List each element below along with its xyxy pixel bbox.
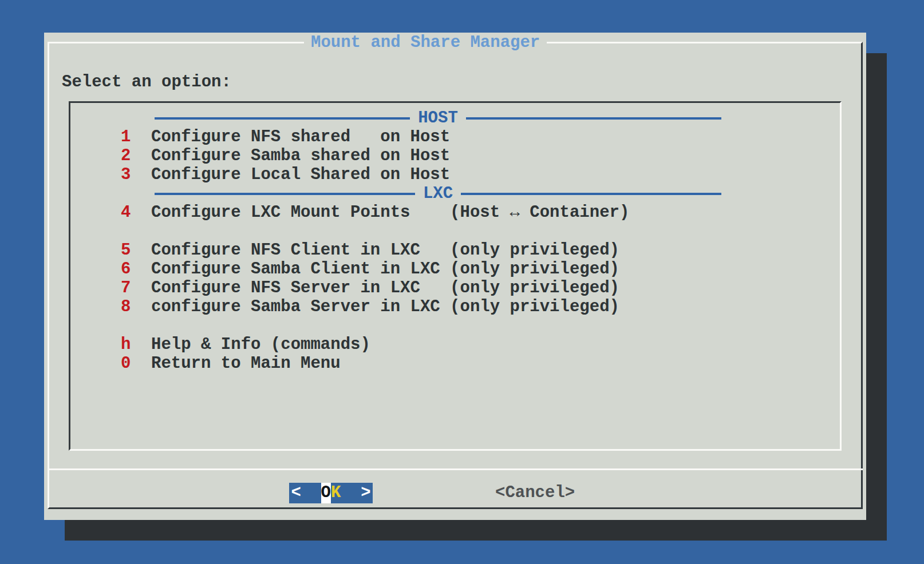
menu-item-label: Configure NFS shared on Host bbox=[151, 128, 450, 146]
ok-left-arrow: < bbox=[291, 483, 301, 503]
menu-section-separator: LXC bbox=[70, 184, 840, 203]
ok-cursor-char: O bbox=[321, 483, 331, 503]
menu-item-3[interactable]: 3Configure Local Shared on Host bbox=[70, 165, 840, 184]
menu-item-key: 6 bbox=[121, 260, 151, 279]
menu-section-separator: HOST bbox=[70, 109, 840, 128]
menu-item-h[interactable]: hHelp & Info (commands) bbox=[70, 335, 840, 354]
ok-hotkey-char: K bbox=[331, 483, 341, 503]
menu-item-key: 0 bbox=[121, 354, 151, 373]
menu-blank-row bbox=[70, 222, 840, 241]
menu-list: HOST1Configure NFS shared on Host2Config… bbox=[70, 103, 840, 373]
button-area-separator bbox=[48, 468, 863, 470]
separator-line bbox=[155, 117, 410, 120]
ok-right-arrow: > bbox=[361, 483, 370, 503]
dialog-title: Mount and Share Manager bbox=[304, 34, 547, 51]
menu-item-2[interactable]: 2Configure Samba shared on Host bbox=[70, 146, 840, 165]
dialog-window: Mount and Share Manager Select an option… bbox=[44, 33, 866, 520]
menu-item-key: 7 bbox=[121, 279, 151, 297]
prompt-label: Select an option: bbox=[62, 73, 231, 92]
menu-item-label: Return to Main Menu bbox=[151, 354, 341, 373]
menu-item-key: 3 bbox=[121, 165, 151, 184]
menu-item-8[interactable]: 8configure Samba Server in LXC (only pri… bbox=[70, 297, 840, 316]
menu-item-key: 4 bbox=[121, 203, 151, 222]
ok-button[interactable]: < OK > bbox=[289, 483, 373, 503]
menu-item-6[interactable]: 6Configure Samba Client in LXC (only pri… bbox=[70, 260, 840, 279]
menu-box: HOST1Configure NFS shared on Host2Config… bbox=[69, 101, 842, 451]
menu-item-label: Configure Samba shared on Host bbox=[151, 146, 450, 165]
menu-item-label: Configure Samba Client in LXC (only priv… bbox=[151, 260, 619, 279]
menu-item-key: h bbox=[121, 335, 151, 354]
menu-item-label: configure Samba Server in LXC (only priv… bbox=[151, 297, 619, 316]
separator-line bbox=[466, 117, 721, 120]
menu-item-label: Configure Local Shared on Host bbox=[151, 165, 450, 184]
menu-item-0[interactable]: 0Return to Main Menu bbox=[70, 354, 840, 373]
menu-item-key: 1 bbox=[121, 128, 151, 146]
separator-line bbox=[155, 193, 415, 195]
menu-item-7[interactable]: 7Configure NFS Server in LXC (only privi… bbox=[70, 279, 840, 297]
menu-item-label: Configure NFS Client in LXC (only privil… bbox=[151, 241, 619, 260]
menu-item-4[interactable]: 4Configure LXC Mount Points (Host ↔ Cont… bbox=[70, 203, 840, 222]
separator-line bbox=[461, 193, 721, 195]
menu-item-label: Configure NFS Server in LXC (only privil… bbox=[151, 279, 619, 297]
menu-item-key: 5 bbox=[121, 241, 151, 260]
menu-item-5[interactable]: 5Configure NFS Client in LXC (only privi… bbox=[70, 241, 840, 260]
menu-item-key: 2 bbox=[121, 146, 151, 165]
menu-item-1[interactable]: 1Configure NFS shared on Host bbox=[70, 128, 840, 146]
menu-item-label: Help & Info (commands) bbox=[151, 335, 370, 354]
menu-blank-row bbox=[70, 316, 840, 335]
cancel-button[interactable]: <Cancel> bbox=[495, 483, 575, 503]
ok-pad-right bbox=[341, 483, 361, 503]
section-label: HOST bbox=[410, 109, 466, 128]
menu-item-key: 8 bbox=[121, 297, 151, 316]
ok-pad-left bbox=[301, 483, 321, 503]
menu-item-label: Configure LXC Mount Points (Host ↔ Conta… bbox=[151, 203, 629, 222]
section-label: LXC bbox=[415, 184, 461, 203]
